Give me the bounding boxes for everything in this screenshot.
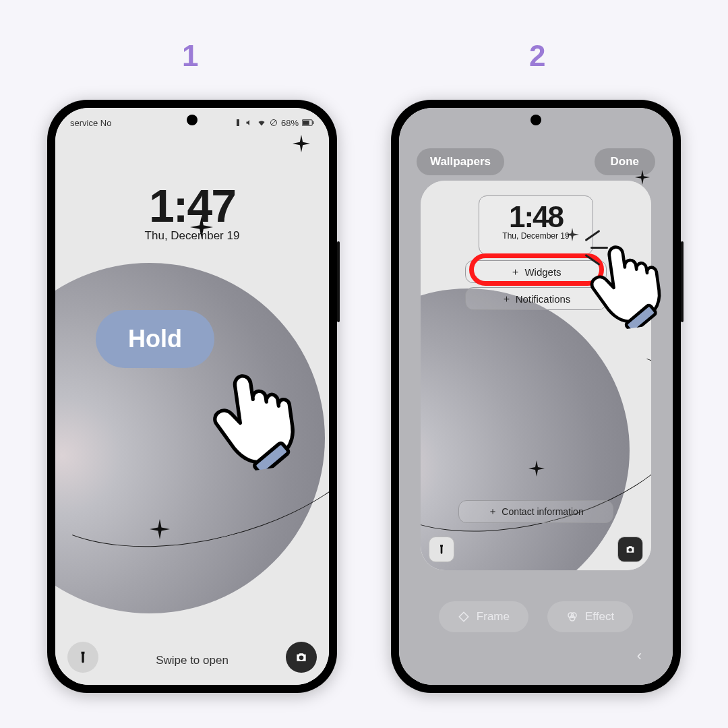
flashlight-icon [436,544,447,555]
svg-point-9 [570,616,575,621]
front-camera-icon [530,115,541,125]
flashlight-icon [76,650,90,664]
lock-clock: 1:47 Thu, December 19 [55,179,329,243]
effect-label: Effect [585,610,614,624]
mute-icon [245,119,253,127]
camera-icon [625,544,636,555]
notifications-label: Notifications [516,293,571,305]
plus-icon: ＋ [502,293,512,305]
lockscreen-preview[interactable]: 1:48 Thu, December 19 ＋ Widgets ＋ Notifi… [421,181,651,570]
wifi-icon [257,119,266,127]
svg-rect-5 [313,121,313,124]
clock-widget-slot[interactable]: 1:48 Thu, December 19 [479,195,593,255]
phone-frame-1: service No 68% 1:47 Thu, December 19 Swi… [47,100,337,693]
status-icons: 68% [234,118,314,128]
sparkle-icon [635,170,650,185]
frame-icon [458,611,470,623]
phone-frame-2: Wallpapers Done 1:48 Thu, December 19 [391,100,681,693]
editor-bottom-options: Frame Effect [399,601,673,632]
effect-icon [566,611,578,623]
flashlight-button[interactable] [67,642,98,673]
camera-button[interactable] [617,537,643,562]
frame-label: Frame [477,610,510,624]
svg-rect-0 [237,119,239,126]
plus-icon: ＋ [488,506,497,518]
contact-info-label: Contact information [502,506,583,517]
pointer-hand-icon [194,363,308,477]
effect-button[interactable]: Effect [547,601,633,632]
lockscreen-editor[interactable]: Wallpapers Done 1:48 Thu, December 19 [399,108,673,685]
front-camera-icon [187,115,198,125]
step-number-2: 2 [529,39,545,73]
chevron-back-icon[interactable]: ‹ [637,647,642,665]
step-number-1: 1 [182,39,198,73]
preview-date: Thu, December 19 [479,231,593,241]
add-contact-info-button[interactable]: ＋ Contact information [458,500,613,523]
preview-time: 1:48 [479,200,593,234]
no-signal-icon [270,119,278,127]
battery-text: 68% [281,118,299,128]
frame-button[interactable]: Frame [439,601,528,632]
hold-tooltip: Hold [96,310,214,368]
pointer-hand-icon [574,236,673,335]
carrier-text: service No [70,118,111,128]
svg-line-2 [271,121,276,125]
wallpapers-button[interactable]: Wallpapers [417,148,504,175]
lock-date: Thu, December 19 [55,229,329,243]
camera-button[interactable] [286,642,317,673]
battery-icon [302,119,314,127]
battery-saver-icon [234,119,242,127]
camera-icon [295,650,308,664]
flashlight-button[interactable] [429,537,454,562]
svg-rect-4 [303,121,309,125]
lock-time: 1:47 [55,179,329,232]
